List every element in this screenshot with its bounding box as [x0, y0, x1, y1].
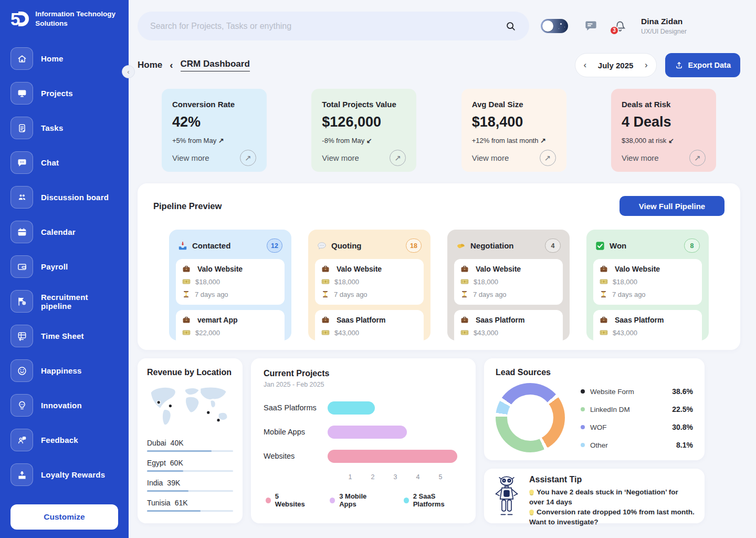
deal-card[interactable]: Valo Website $18,000 7 days ago: [454, 259, 563, 305]
next-month-button[interactable]: ›: [645, 60, 648, 70]
map-dot: [217, 418, 220, 422]
search-input[interactable]: [150, 22, 505, 31]
avatar[interactable]: [696, 14, 720, 38]
stage-count-badge: 12: [267, 239, 282, 253]
messages-button[interactable]: [584, 19, 598, 33]
location-row: Tunisia61K: [147, 499, 233, 512]
sidebar-item-home[interactable]: Home: [10, 47, 120, 70]
dark-mode-toggle[interactable]: [541, 19, 568, 33]
project-bar-fill: [328, 450, 457, 463]
sidebar-item-label: Home: [41, 54, 63, 63]
notification-badge: 3: [610, 26, 619, 35]
view-full-pipeline-button[interactable]: View Full Pipeline: [620, 196, 724, 216]
search-icon[interactable]: [505, 20, 517, 32]
deal-card[interactable]: Saas Platform $43,000: [315, 310, 424, 340]
deal-card[interactable]: Valo Website $18,000 7 days ago: [176, 259, 285, 305]
lead-sources-card: Lead Sources Website Form38.6% LinkedIn …: [484, 358, 705, 460]
location-value: 40K: [171, 439, 184, 447]
sidebar-item-discussion-board[interactable]: Discussion board: [10, 186, 120, 209]
legend-row: WOF30.8%: [581, 418, 693, 436]
robot-icon: [490, 475, 523, 518]
view-more-link[interactable]: View more↗: [172, 150, 256, 166]
deal-name: Saas Platform: [476, 316, 524, 324]
deal-card[interactable]: Saas Platform $43,000: [454, 310, 563, 340]
sidebar-item-projects[interactable]: Projects: [10, 82, 120, 105]
deal-name: Saas Platform: [337, 316, 385, 324]
lead-legend-dot: [581, 425, 585, 429]
lead-sources-legend: Website Form38.6% LinkedIn DM22.5% WOF30…: [581, 382, 693, 454]
briefcase-icon: [182, 316, 191, 324]
sidebar-item-tasks[interactable]: Tasks: [10, 117, 120, 139]
sidebar-item-feedback[interactable]: Feedback: [10, 429, 120, 451]
view-more-link[interactable]: View more↗: [622, 150, 706, 166]
customize-button[interactable]: Customize: [10, 504, 118, 530]
sidebar-item-recruitment-pipeline[interactable]: Recruitment pipeline: [10, 290, 120, 313]
x-tick: 2: [371, 473, 375, 481]
deal-value: $18,000: [195, 278, 220, 286]
sidebar-item-loyalty-rewards[interactable]: Loyalty Rewards: [10, 463, 120, 486]
deal-age: 7 days ago: [334, 291, 368, 298]
x-axis: 1 2 3 4 5: [328, 473, 463, 483]
sidebar-item-innovation[interactable]: Innovation: [10, 394, 120, 417]
previous-month-button[interactable]: ‹: [584, 60, 587, 70]
bar-label: SaaS Platforms: [264, 404, 328, 412]
sidebar-item-label: Projects: [41, 89, 73, 98]
stat-card-deals-at-risk: Deals at Risk 4 Deals $38,000 at risk ↙ …: [611, 89, 716, 172]
sidebar-item-payroll[interactable]: Payroll: [10, 255, 120, 278]
sidebar-item-label: Innovation: [41, 401, 82, 410]
location-bar-track: [147, 450, 233, 452]
export-data-button[interactable]: Export Data: [665, 53, 740, 77]
assistant-tip-title: Assistant Tip: [529, 475, 695, 484]
bar-label: Websites: [264, 452, 328, 460]
period-label: July 2025: [598, 61, 634, 70]
deal-card[interactable]: Saas Platform $43,000: [593, 310, 702, 340]
pipeline-stage-name: Negotiation: [470, 241, 514, 250]
pipeline-section: Pipeline Preview View Full Pipeline Cont…: [138, 183, 740, 350]
smiley-icon: [10, 359, 33, 382]
sidebar-item-label: Calendar: [41, 227, 76, 236]
lightbulb-icon: [10, 394, 33, 417]
sidebar-item-chat[interactable]: Chat: [10, 151, 120, 174]
lead-legend-dot: [581, 389, 585, 394]
sidebar-collapse-button[interactable]: ‹: [122, 65, 135, 78]
trend-up-icon: ↗: [218, 137, 224, 144]
location-name: Dubai: [147, 439, 166, 447]
lead-sources-donut-chart: [496, 383, 565, 452]
sidebar-item-calendar[interactable]: Calendar: [10, 221, 120, 243]
briefcase-icon: [321, 316, 330, 324]
arrow-up-right-icon[interactable]: ↗: [240, 150, 256, 166]
deal-card[interactable]: vemart App $22,000: [176, 310, 285, 340]
deal-card[interactable]: Valo Website $18,000 7 days ago: [315, 259, 424, 305]
bottom-row: Revenue by Location: [138, 358, 740, 523]
arrow-up-right-icon[interactable]: ↗: [689, 150, 706, 166]
legend-item: 3 Mobile Apps: [330, 492, 380, 508]
arrow-up-right-icon[interactable]: ↗: [390, 150, 406, 166]
x-tick: 1: [349, 473, 352, 481]
map-dot: [157, 401, 161, 405]
notifications-button[interactable]: 3: [614, 19, 626, 33]
view-more-link[interactable]: View more↗: [472, 150, 556, 166]
sidebar-item-label: Discussion board: [41, 193, 109, 202]
briefcase-icon: [460, 316, 469, 324]
breadcrumb-current[interactable]: CRM Dashboard: [181, 59, 250, 71]
user-info[interactable]: Dina Zidan UX/UI Designer: [641, 17, 687, 35]
handshake-icon: [456, 241, 466, 251]
lightbulb-icon: [529, 510, 534, 514]
briefcase-icon: [600, 316, 608, 324]
legend-dot: [330, 498, 335, 503]
legend-dot: [404, 498, 409, 503]
sidebar-item-label: Payroll: [41, 262, 68, 271]
pipeline-stage-name: Contacted: [192, 241, 230, 250]
world-map: [147, 384, 233, 432]
view-more-link[interactable]: View more↗: [322, 150, 406, 166]
projects-icon: [10, 82, 33, 105]
stage-count-badge: 8: [684, 239, 700, 253]
arrow-up-right-icon[interactable]: ↗: [540, 150, 556, 166]
calendar-icon: [10, 221, 33, 243]
breadcrumb-home[interactable]: Home: [138, 60, 162, 70]
cash-icon: [321, 277, 330, 286]
sidebar-item-time-sheet[interactable]: Time Sheet: [10, 325, 120, 347]
check-icon: [595, 241, 605, 251]
deal-card[interactable]: Valo Website $18,000 7 days ago: [593, 259, 702, 305]
sidebar-item-happiness[interactable]: Happiness: [10, 359, 120, 382]
